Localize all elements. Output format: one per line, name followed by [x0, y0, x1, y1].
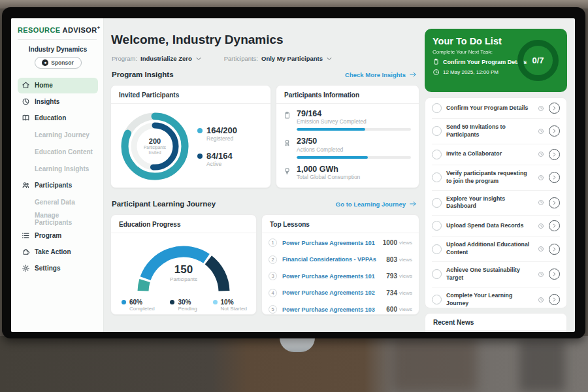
task-go-button[interactable] [549, 269, 560, 280]
sidebar-item-take-action[interactable]: Take Action [18, 244, 98, 260]
clock-icon [538, 128, 544, 135]
lesson-views: 793 [386, 272, 397, 280]
lesson-title-link[interactable]: Power Purchase Agreements 101 [282, 240, 383, 246]
gauge-legend: 60%Completed30%Pending10%Not Started [111, 295, 256, 312]
task-checkbox[interactable] [432, 172, 442, 182]
task-checkbox[interactable] [432, 103, 442, 113]
program-filter-value: Industrialize Zero [140, 55, 192, 62]
legend-label: Registered [206, 135, 237, 142]
sidebar-item-manage-participants[interactable]: Manage Participants [18, 211, 98, 227]
sidebar-item-general-data[interactable]: General Data [18, 194, 98, 210]
task-go-button[interactable] [549, 197, 560, 208]
legend-label: Not Started [221, 306, 247, 312]
sidebar-item-label: Settings [35, 265, 60, 272]
sidebar-item-participants[interactable]: Participants [18, 178, 98, 193]
sidebar-item-program[interactable]: Program [18, 228, 98, 244]
task-go-button[interactable] [549, 172, 560, 183]
lesson-views: 803 [386, 256, 397, 263]
section-title: Participant Learning Journey [112, 200, 216, 208]
page-title: Welcome, Industry Dynamics [111, 33, 284, 47]
program-filter-label: Program: [112, 55, 137, 62]
task-checkbox[interactable] [432, 150, 442, 159]
task-checkbox[interactable] [432, 126, 442, 136]
legend-dot [197, 154, 203, 159]
logo-resource: RESOURCE [18, 26, 61, 34]
task-go-button[interactable] [549, 220, 560, 231]
lesson-row: 3Power Purchase Agreements 101793views [269, 268, 412, 285]
go-to-learning-journey-link[interactable]: Go to Learning Journey [336, 200, 417, 208]
sidebar-item-insights[interactable]: Insights [18, 94, 98, 110]
task-checkbox[interactable] [432, 295, 442, 304]
recent-news-card: Recent News [425, 313, 567, 332]
lesson-rank: 2 [269, 255, 277, 264]
sidebar-item-home[interactable]: Home [18, 78, 98, 93]
todo-panel: Your To Do List Complete Your Next Task:… [425, 18, 568, 332]
lesson-title-link[interactable]: Financial Considerations - VPPAs [282, 256, 386, 263]
legend-dot [170, 300, 174, 304]
participant-stats: 79/164Emission Survey Completed23/50Acti… [276, 104, 419, 184]
task-label: Confirm Your Program Details [446, 105, 533, 112]
task-go-button[interactable] [549, 149, 560, 160]
sidebar-item-learning-insights[interactable]: Learning Insights [18, 161, 98, 177]
sidebar-item-label: Learning Insights [35, 165, 89, 172]
arrow-right-icon [409, 200, 417, 208]
task-label: Send 50 Invitations to Participants [446, 123, 533, 139]
sidebar-item-label: Home [35, 82, 53, 89]
program-icon [22, 231, 30, 240]
gauge-center-label: 150 Participants [111, 263, 256, 282]
learning-journey-header: Participant Learning Journey Go to Learn… [112, 200, 417, 208]
lesson-row: 2Financial Considerations - VPPAs803view… [269, 252, 412, 269]
task-checkbox[interactable] [432, 221, 442, 231]
participants-filter-dropdown[interactable]: Participants: Only My Participants [224, 55, 333, 62]
lesson-title-link[interactable]: Power Purchase Agreements 103 [282, 306, 386, 313]
clock-icon [433, 69, 440, 76]
todo-task-row: Achieve One Sustainability Target [432, 262, 560, 287]
stat-progress-fill [297, 156, 368, 159]
task-label: Invite a Collaborator [446, 150, 533, 158]
insights-icon [22, 97, 30, 106]
sidebar-item-education[interactable]: Education [18, 110, 98, 126]
task-go-button[interactable] [549, 103, 560, 114]
lesson-views-suffix: views [399, 273, 412, 279]
legend-item-registered: 164/200Registered [197, 125, 237, 142]
education-icon [22, 114, 30, 122]
invited-participants-card: Invited Participants 200 Participants In… [110, 85, 271, 188]
program-filter-dropdown[interactable]: Program: Industrialize Zero [112, 55, 202, 62]
todo-task-row: Upload Spend Data Records [432, 216, 560, 237]
legend-label: Pending [178, 306, 197, 312]
legend-item-active: 84/164Active [197, 151, 237, 167]
task-go-button[interactable] [549, 294, 560, 305]
task-checkbox[interactable] [432, 269, 442, 279]
legend-item-not-started: 10%Not Started [213, 299, 247, 312]
card-title: Invited Participants [111, 86, 270, 103]
task-go-button[interactable] [549, 244, 560, 255]
legend-value: 60% [129, 299, 155, 306]
task-label: Upload Spend Data Records [446, 222, 533, 230]
participants-information-card: Participants Information 79/164Emission … [276, 85, 419, 188]
clock-icon [538, 271, 544, 278]
check-more-insights-link[interactable]: Check More Insights [345, 71, 417, 78]
lesson-title-link[interactable]: Power Purchase Agreements 101 [282, 273, 386, 280]
clock-icon [538, 105, 544, 112]
task-checkbox[interactable] [432, 198, 442, 208]
task-label: Verify participants requesting to join t… [446, 170, 533, 186]
task-checkbox[interactable] [432, 244, 442, 254]
task-go-button[interactable] [549, 125, 560, 137]
sidebar-item-education-content[interactable]: Education Content [18, 144, 98, 160]
sponsor-badge[interactable]: ● Sponsor [35, 57, 82, 69]
sidebar-nav: HomeInsightsEducationLearning JourneyEdu… [18, 78, 98, 277]
section-title: Program Insights [112, 71, 174, 78]
background-blur-shape [519, 340, 565, 392]
todo-task-row: Upload Additional Educational Content [432, 237, 560, 262]
todo-hero-card: Your To Do List Complete Your Next Task:… [425, 29, 567, 92]
stat-progress-bar [297, 156, 411, 159]
sidebar-item-label: Education Content [35, 148, 93, 155]
lesson-title-link[interactable]: Power Purchase Agreements 102 [282, 289, 386, 296]
stat-label: Emission Survey Completed [297, 118, 411, 125]
desk-scene: RESOURCE ADVISOR+ Industry Dynamics ● Sp… [0, 0, 588, 392]
medal-icon [283, 139, 291, 147]
clock-icon [538, 199, 544, 206]
sidebar-item-settings[interactable]: Settings [18, 261, 98, 276]
take-action-icon [22, 248, 30, 256]
sidebar-item-learning-journey[interactable]: Learning Journey [18, 127, 98, 143]
